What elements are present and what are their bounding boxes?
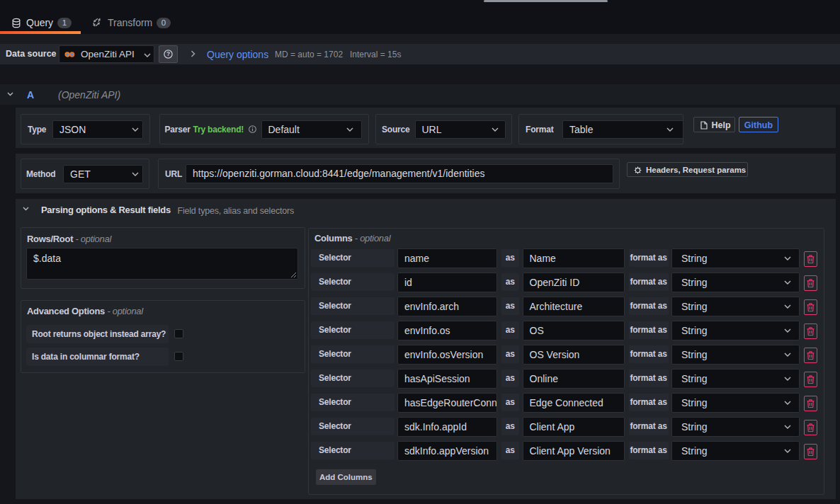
svg-text:?: ? — [166, 50, 169, 57]
